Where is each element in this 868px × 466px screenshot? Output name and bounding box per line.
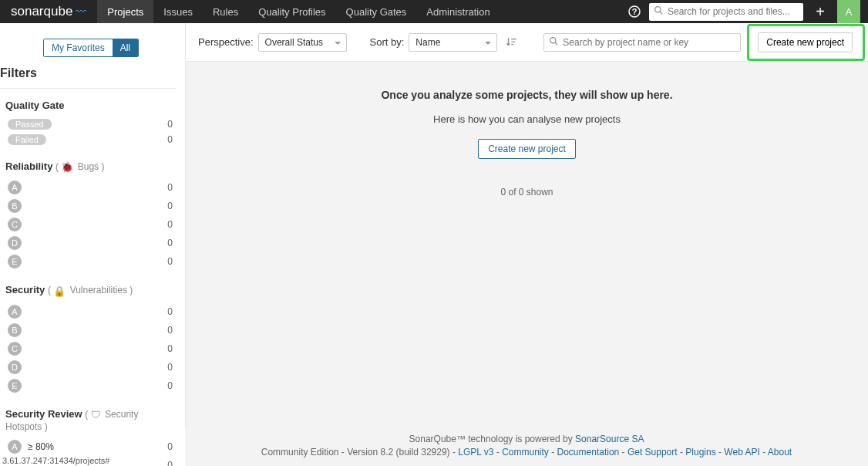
svg-line-5 — [555, 42, 557, 45]
rating-row[interactable]: A≥ 80%0 — [0, 438, 176, 455]
avatar[interactable]: A — [837, 0, 860, 23]
help-icon[interactable]: ? — [626, 3, 643, 20]
search-icon — [654, 5, 664, 18]
content: Perspective: Overall Status Sort by: Nam… — [185, 23, 868, 466]
svg-line-3 — [660, 12, 662, 14]
footer-link[interactable]: LGPL v3 — [458, 447, 493, 458]
rating-row[interactable]: B0 — [0, 198, 176, 214]
pill-failed: Failed — [8, 134, 46, 145]
rating-row[interactable]: D0 — [0, 359, 176, 376]
footer-version: Community Edition - Version 8.2 (build 3… — [261, 447, 458, 458]
global-search[interactable] — [649, 3, 803, 21]
logo-wave-icon: 〰 — [76, 5, 86, 18]
rating-row[interactable]: C0 — [0, 216, 176, 233]
bug-icon: 🐞 — [61, 161, 73, 173]
all-button[interactable]: All — [113, 39, 138, 56]
perspective-dropdown[interactable]: Overall Status — [258, 33, 347, 52]
rating-badge: E — [8, 255, 22, 268]
footer-link[interactable]: Community — [502, 447, 549, 458]
filter-heading-reliability: Reliability ( 🐞 Bugs ) — [0, 160, 176, 173]
rating-badge: B — [8, 199, 22, 213]
search-icon — [549, 36, 559, 49]
filter-reliability: Reliability ( 🐞 Bugs ) A0 B0 C0 D0 E0 — [0, 160, 176, 270]
footer-text: SonarQube™ technology is powered by — [409, 434, 575, 444]
nav-item-rules[interactable]: Rules — [203, 0, 248, 23]
nav-item-issues[interactable]: Issues — [153, 0, 203, 23]
shield-icon: 🛡 — [91, 409, 101, 420]
nav-items: Projects Issues Rules Quality Profiles Q… — [97, 0, 500, 23]
create-button-wrap: Create new project — [758, 32, 853, 52]
nav-item-quality-profiles[interactable]: Quality Profiles — [248, 0, 335, 23]
rating-row[interactable]: C0 — [0, 340, 176, 357]
nav-item-administration[interactable]: Administration — [416, 0, 500, 23]
footer-link-sonarsource[interactable]: SonarSource SA — [575, 434, 644, 444]
sort-dropdown[interactable]: Name — [409, 33, 497, 52]
count: 0 — [167, 119, 173, 130]
nav-right: ? + A — [626, 0, 860, 23]
empty-create-button[interactable]: Create new project — [478, 139, 576, 159]
status-url: 3.61.37.247:31434/projects# — [0, 455, 112, 466]
rating-badge: A — [8, 181, 22, 194]
svg-text:?: ? — [632, 7, 638, 16]
project-search[interactable] — [543, 33, 741, 52]
filter-security: Security ( 🔒 Vulnerabilities ) A0 B0 C0 … — [0, 284, 176, 393]
filter-heading-security: Security ( 🔒 Vulnerabilities ) — [0, 284, 176, 296]
rating-badge: E — [8, 379, 22, 393]
top-nav: sonarqube 〰 Projects Issues Rules Qualit… — [0, 0, 868, 23]
footer-link[interactable]: Get Support — [627, 447, 678, 458]
rating-row[interactable]: B0 — [0, 322, 176, 339]
svg-point-2 — [655, 7, 661, 12]
filters-title: Filters — [0, 62, 176, 89]
footer: SonarQube™ technology is powered by Sona… — [185, 427, 868, 466]
pill-passed: Passed — [8, 119, 52, 130]
footer-link[interactable]: Web API — [724, 447, 759, 458]
nav-item-quality-gates[interactable]: Quality Gates — [336, 0, 417, 23]
filter-row-passed[interactable]: Passed 0 — [0, 117, 176, 131]
global-search-input[interactable] — [668, 6, 799, 17]
sort-label: Sort by: — [370, 36, 405, 48]
rating-badge: C — [8, 342, 22, 356]
footer-link[interactable]: About — [768, 447, 792, 458]
empty-subtitle: Here is how you can analyse new projects — [186, 113, 868, 125]
svg-point-4 — [550, 37, 556, 42]
rating-badge: B — [8, 323, 22, 337]
perspective-label: Perspective: — [198, 36, 254, 48]
filter-quality-gate: Quality Gate Passed 0 Failed 0 — [0, 100, 176, 147]
sort-direction-icon[interactable] — [502, 33, 520, 52]
rating-row[interactable]: E0 — [0, 377, 176, 394]
rating-badge: A — [8, 305, 22, 319]
rating-badge: A — [8, 440, 22, 454]
project-search-input[interactable] — [563, 37, 735, 48]
rating-badge: D — [8, 236, 22, 250]
favorites-toggle: My Favorites All — [43, 39, 139, 57]
lock-icon: 🔒 — [53, 285, 66, 297]
logo-text: sonarqube — [11, 4, 72, 19]
filter-heading-quality-gate: Quality Gate — [0, 100, 176, 111]
filter-row-failed[interactable]: Failed 0 — [0, 133, 176, 147]
my-favorites-button[interactable]: My Favorites — [44, 39, 113, 56]
shown-count: 0 of 0 shown — [186, 187, 868, 198]
rating-badge: D — [8, 360, 22, 374]
footer-link[interactable]: Plugins — [685, 447, 715, 458]
rating-row[interactable]: A0 — [0, 179, 176, 196]
add-button[interactable]: + — [809, 0, 831, 23]
empty-state: Once you analyze some projects, they wil… — [186, 62, 868, 198]
footer-link[interactable]: Documentation — [557, 447, 620, 458]
filter-heading-security-review: Security Review ( 🛡 Security Hotspots ) — [0, 408, 176, 432]
nav-item-projects[interactable]: Projects — [97, 0, 153, 23]
rating-row[interactable]: A0 — [0, 303, 176, 320]
logo[interactable]: sonarqube 〰 — [0, 0, 97, 23]
rating-row[interactable]: E0 — [0, 253, 176, 270]
count: 0 — [167, 134, 173, 145]
sidebar: My Favorites All Filters Quality Gate Pa… — [0, 23, 185, 466]
create-project-button[interactable]: Create new project — [758, 32, 853, 52]
empty-title: Once you analyze some projects, they wil… — [186, 89, 868, 101]
toolbar: Perspective: Overall Status Sort by: Nam… — [186, 23, 868, 62]
rating-row[interactable]: D0 — [0, 235, 176, 252]
rating-badge: C — [8, 218, 22, 231]
